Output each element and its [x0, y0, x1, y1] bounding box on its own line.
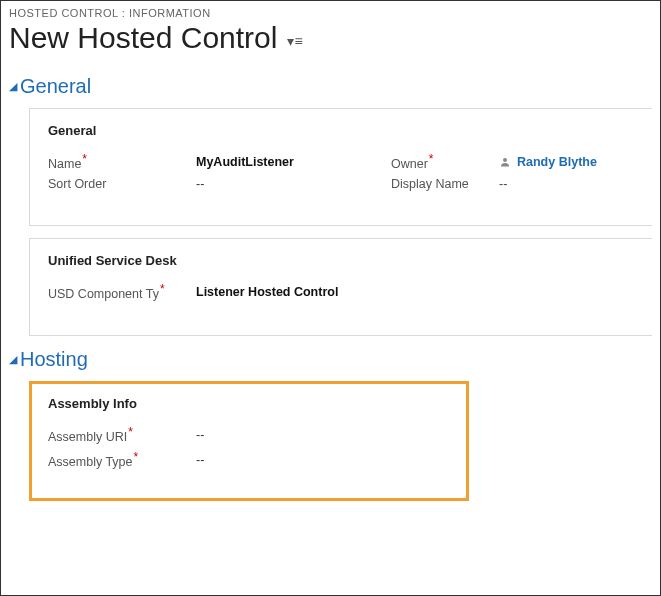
- panel-title-usd: Unified Service Desk: [48, 253, 634, 272]
- required-icon: *: [429, 152, 434, 166]
- required-icon: *: [128, 425, 133, 439]
- label-owner: Owner*: [391, 152, 499, 171]
- section-title-general: General: [20, 75, 91, 98]
- section-header-hosting[interactable]: ◢ Hosting: [9, 348, 652, 371]
- row-sort-display: Sort Order -- Display Name --: [48, 177, 634, 191]
- panel-assembly-info: Assembly Info Assembly URI* -- Assembly …: [29, 381, 469, 500]
- label-sort-order: Sort Order: [48, 177, 196, 191]
- panel-usd: Unified Service Desk USD Component Ty* L…: [29, 238, 652, 336]
- row-assembly-uri: Assembly URI* --: [48, 425, 450, 444]
- page-title-row: New Hosted Control ▾≡: [9, 21, 652, 55]
- person-icon: [499, 156, 511, 168]
- label-assembly-uri: Assembly URI*: [48, 425, 196, 444]
- row-component-type: USD Component Ty* Listener Hosted Contro…: [48, 282, 634, 301]
- label-display-name: Display Name: [391, 177, 499, 191]
- panel-general: General Name* MyAuditListener Owner* Ran…: [29, 108, 652, 226]
- section-title-hosting: Hosting: [20, 348, 88, 371]
- field-sort-order[interactable]: --: [196, 177, 391, 191]
- caret-down-icon: ◢: [9, 80, 17, 93]
- field-component-type[interactable]: Listener Hosted Control: [196, 285, 391, 299]
- panel-title-assembly: Assembly Info: [48, 396, 450, 415]
- owner-link[interactable]: Randy Blythe: [517, 155, 597, 169]
- page-title: New Hosted Control: [9, 21, 277, 55]
- field-assembly-type[interactable]: --: [196, 453, 391, 467]
- label-assembly-type: Assembly Type*: [48, 450, 196, 469]
- row-name-owner: Name* MyAuditListener Owner* Randy Blyth…: [48, 152, 634, 171]
- caret-down-icon: ◢: [9, 353, 17, 366]
- label-name: Name*: [48, 152, 196, 171]
- panel-title-general: General: [48, 123, 634, 142]
- row-assembly-type: Assembly Type* --: [48, 450, 450, 469]
- field-display-name[interactable]: --: [499, 177, 634, 191]
- section-header-general[interactable]: ◢ General: [9, 75, 652, 98]
- field-assembly-uri[interactable]: --: [196, 428, 391, 442]
- record-menu-button[interactable]: ▾≡: [287, 28, 302, 48]
- breadcrumb: HOSTED CONTROL : INFORMATION: [9, 5, 652, 21]
- field-name[interactable]: MyAuditListener: [196, 155, 391, 169]
- svg-point-0: [503, 158, 507, 162]
- required-icon: *: [160, 282, 165, 296]
- required-icon: *: [82, 152, 87, 166]
- field-owner[interactable]: Randy Blythe: [499, 155, 634, 169]
- label-component-type: USD Component Ty*: [48, 282, 196, 301]
- required-icon: *: [134, 450, 139, 464]
